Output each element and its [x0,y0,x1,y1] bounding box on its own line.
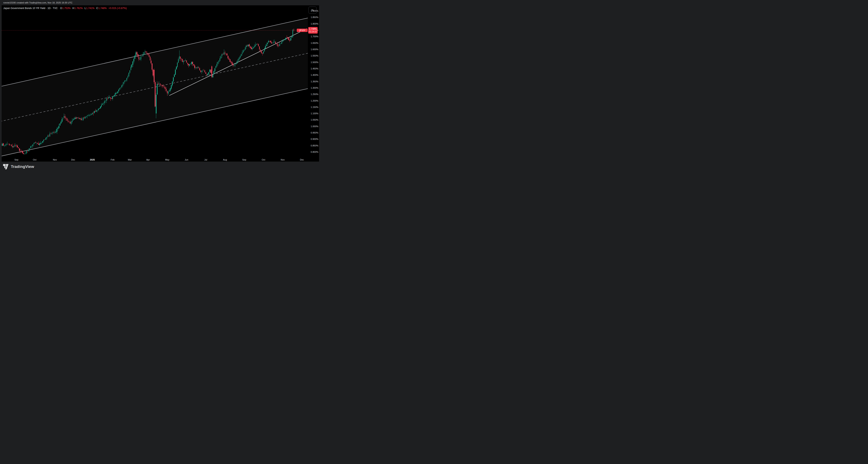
time-tick-label: Aug [220,158,230,162]
symbol-title[interactable]: Japan Government Bonds 10 YR Yield · 1D … [3,7,58,10]
price-tick-label: 0.950% [311,131,318,134]
attribution-text: ronnie10166 created with TradingView.com… [3,0,72,5]
current-price-value: 1.748% [309,28,317,30]
time-tick-label: Dec [68,158,78,162]
time-tick-label: Nov [278,158,287,162]
low-label: L [85,7,86,10]
current-price-label: 1.748% 02:24:57 [308,27,318,34]
price-tick-label: 1.850% [311,16,318,19]
high-label: H [72,7,74,10]
open-value: 1.753% [62,7,71,10]
price-tick-label: 0.850% [311,144,318,147]
ohlc-values: O1.753% H1.762% L1.741% C1.748% +0.015 (… [60,7,127,10]
price-tick-label: 1.350% [311,80,318,83]
symbol-legend[interactable]: Japan Government Bonds 10 YR Yield · 1D … [3,7,127,10]
time-tick-label: Sep [239,158,249,162]
close-label: C [96,7,98,10]
price-tick-label: 1.200% [311,99,318,102]
time-tick-label: Oct [258,158,268,162]
page-root: { "attribution": "ronnie10166 created wi… [0,0,321,172]
price-tick-label: 1.500% [311,61,318,64]
price-tick-label: 1.250% [311,93,318,96]
symbol-price-flag: JP10Y [297,29,308,32]
price-tick-label: 0.900% [311,138,318,141]
time-tick-label: Oct [30,158,39,162]
bar-countdown: 02:24:57 [309,30,317,33]
price-tick-label: 1.600% [311,48,318,51]
time-tick-label: Dec [297,158,307,162]
price-tick-label: 1.700% [311,35,318,38]
high-value: 1.762% [74,7,83,10]
price-tick-label: 1.400% [311,74,318,76]
time-tick-label: Jun [182,158,191,162]
time-tick-label: 2025 [87,158,97,162]
chart-shell: Japan Government Bonds 10 YR Yield · 1D … [2,5,319,162]
price-tick-label: 1.550% [311,54,318,57]
price-tick-label: 1.450% [311,67,318,70]
time-tick-label: Sep [11,158,21,162]
open-label: O [60,7,62,10]
price-axis[interactable]: 0.800%0.850%0.900%0.950%1.000%1.050%1.10… [308,5,319,158]
tradingview-brand-link[interactable]: TradingView [3,164,34,169]
time-tick-label: Apr [143,158,153,162]
brand-text: TradingView [11,165,34,169]
time-tick-label: Jul [201,158,211,162]
price-tick-label: 1.300% [311,86,318,89]
price-unit-button[interactable]: % [308,6,317,14]
price-tick-label: 1.000% [311,125,318,128]
price-tick-label: 0.800% [311,150,318,153]
candlestick-chart[interactable] [2,5,308,158]
footer-bar: TradingView [0,162,321,172]
tradingview-logo-icon [3,164,9,169]
price-tick-label: 1.100% [311,112,318,115]
time-tick-label: Feb [107,158,118,162]
low-value: 1.741% [86,7,95,10]
close-value: 1.748% [98,7,106,10]
change-value: +0.015 (+0.87%) [108,7,127,10]
time-tick-label: Mar [125,158,135,162]
price-tick-label: 1.650% [311,41,318,45]
price-tick-label: 1.150% [311,106,318,109]
price-tick-label: 1.050% [311,118,318,121]
price-tick-label: 1.800% [311,22,318,25]
plot-layers [2,18,308,156]
time-tick-label: Nov [50,158,60,162]
time-tick-label: May [162,158,172,162]
time-axis[interactable]: SepOctNovDec2025FebMarAprMayJunJulAugSep… [2,158,308,162]
